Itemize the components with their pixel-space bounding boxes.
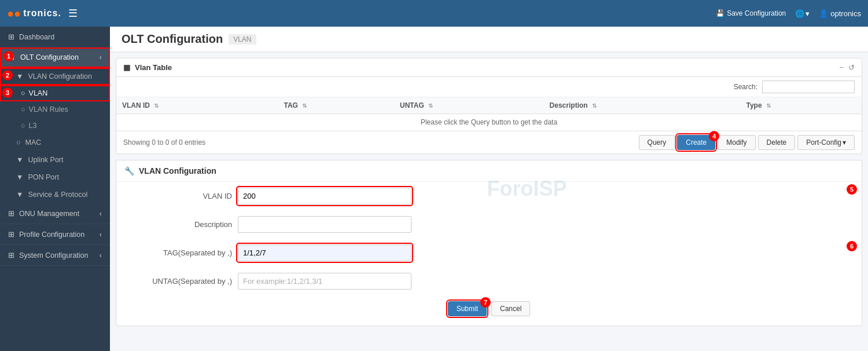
col-untag: UNTAG ⇅ — [394, 97, 544, 114]
table-footer: Showing 0 to 0 of 0 entries Query Create… — [116, 131, 862, 153]
port-config-button[interactable]: Port-Config ▾ — [797, 135, 855, 150]
chevron-icon: ‹ — [100, 210, 102, 218]
navbar-left: ●● tronics. ☰ — [7, 7, 78, 20]
system-config-icon: ⊞ — [8, 251, 14, 259]
sidebar-item-onu-management[interactable]: ⊞ ONU Management ‹ — [0, 203, 110, 224]
search-row: Search: — [116, 77, 862, 97]
refresh-icon[interactable]: ↺ — [848, 63, 855, 72]
badge-3: 3 — [2, 87, 13, 98]
badge-6: 6 — [847, 241, 857, 251]
uplink-port-icon: ▼ — [16, 156, 23, 164]
sort-icon[interactable]: ⇅ — [766, 103, 771, 109]
untag-input[interactable] — [238, 273, 411, 290]
language-selector[interactable]: 🌐 ▾ — [795, 9, 810, 18]
badge-1: 1 — [3, 51, 14, 61]
content-area: ForoISP OLT Configuration VLAN ▦ Vlan Ta… — [110, 27, 868, 351]
sidebar: ⊞ Dashboard 🖥 OLT Configuration ‹ 1 ▼ VL… — [0, 27, 110, 351]
form-card-header: 🔧 VLAN Configuration — [116, 160, 862, 182]
sidebar-label: MAC — [25, 138, 42, 147]
vlan-rules-icon: ○ — [21, 105, 25, 114]
mac-icon: ○ — [16, 138, 21, 147]
tag-label: TAG(Separated by ,) — [128, 248, 232, 257]
l3-icon: ○ — [21, 122, 25, 130]
sort-icon[interactable]: ⇅ — [302, 103, 307, 109]
sidebar-item-service-protocol[interactable]: ▼ Service & Protocol — [0, 186, 110, 203]
untag-label: UNTAG(Separated by ,) — [128, 277, 232, 286]
sidebar-label: Uplink Port — [28, 156, 63, 164]
sidebar-item-vlan-config[interactable]: ▼ VLAN Configuration 2 — [0, 68, 110, 85]
sidebar-item-pon-port[interactable]: ▼ PON Port — [0, 169, 110, 186]
sidebar-item-vlan-rules[interactable]: ○ VLAN Rules — [0, 101, 110, 118]
sidebar-label: L3 — [29, 122, 37, 130]
service-protocol-icon: ▼ — [16, 191, 23, 199]
sidebar-label: OLT Configuration — [20, 53, 79, 61]
hamburger-icon[interactable]: ☰ — [68, 7, 78, 20]
search-label: Search: — [734, 83, 757, 91]
logo-text: tronics. — [23, 8, 61, 19]
dropdown-arrow-icon: ▾ — [843, 138, 846, 147]
description-label: Description — [128, 220, 232, 229]
sort-icon[interactable]: ⇅ — [428, 103, 433, 109]
table-header-icons: − ↺ — [839, 63, 855, 72]
badge-2: 2 — [2, 70, 13, 81]
globe-icon: 🌐 — [795, 9, 804, 18]
query-button[interactable]: Query — [639, 135, 675, 150]
page-subtitle: VLAN — [229, 34, 256, 45]
submit-button[interactable]: Submit 7 — [448, 301, 487, 316]
vlan-id-row: VLAN ID 5 — [116, 182, 862, 210]
sidebar-label: VLAN Rules — [29, 105, 68, 114]
vlan-id-label: VLAN ID — [128, 192, 232, 200]
cancel-button[interactable]: Cancel — [491, 301, 530, 316]
vlan-id-input[interactable] — [238, 188, 411, 204]
sidebar-item-vlan[interactable]: ○ VLAN 3 — [0, 85, 110, 101]
pon-port-icon: ▼ — [16, 173, 23, 181]
col-description: Description ⇅ — [544, 97, 741, 114]
logo-icon: ●● — [7, 7, 21, 20]
navbar-right: 💾 Save Configuration 🌐 ▾ 👤 optronics — [716, 9, 861, 18]
table-title: ▦ Vlan Table — [123, 63, 172, 72]
dashboard-icon: ⊞ — [8, 32, 14, 41]
badge-7: 7 — [480, 297, 491, 308]
sidebar-label: ONU Management — [19, 210, 79, 218]
create-button[interactable]: Create 4 — [677, 135, 715, 150]
logo: ●● tronics. — [7, 7, 61, 20]
form-icon: 🔧 — [124, 166, 134, 176]
navbar: ●● tronics. ☰ 💾 Save Configuration 🌐 ▾ 👤… — [0, 0, 868, 27]
sidebar-item-uplink-port[interactable]: ▼ Uplink Port — [0, 151, 110, 169]
sidebar-item-l3[interactable]: ○ L3 — [0, 118, 110, 134]
save-config-button[interactable]: 💾 Save Configuration — [716, 9, 786, 17]
col-type: Type ⇅ — [741, 97, 862, 114]
user-icon: 👤 — [819, 9, 828, 18]
sidebar-item-system-config[interactable]: ⊞ System Configuration ‹ — [0, 245, 110, 266]
user-menu[interactable]: 👤 optronics — [819, 9, 861, 18]
delete-button[interactable]: Delete — [758, 135, 796, 150]
profile-icon: ⊞ — [8, 230, 14, 239]
modify-button[interactable]: Modify — [718, 135, 755, 150]
vlan-table: VLAN ID ⇅ TAG ⇅ UNTAG ⇅ Description — [116, 97, 862, 131]
col-vlan-id: VLAN ID ⇅ — [116, 97, 278, 114]
badge-5: 5 — [847, 184, 857, 195]
sidebar-label: VLAN Configuration — [28, 72, 91, 81]
page-title: OLT Configuration — [122, 32, 223, 46]
table-empty-row: Please click the Query button to get the… — [116, 114, 862, 131]
sidebar-item-mac[interactable]: ○ MAC — [0, 134, 110, 151]
empty-message: Please click the Query button to get the… — [116, 114, 862, 131]
search-input[interactable] — [762, 81, 855, 93]
tag-input[interactable] — [238, 244, 411, 261]
sidebar-item-dashboard[interactable]: ⊞ Dashboard — [0, 27, 110, 47]
sidebar-item-olt-config[interactable]: 🖥 OLT Configuration ‹ 1 — [0, 47, 110, 68]
tag-row: TAG(Separated by ,) 6 — [116, 239, 862, 267]
sort-icon[interactable]: ⇅ — [154, 103, 159, 109]
description-input[interactable] — [238, 216, 411, 233]
vlan-icon: ○ — [21, 89, 25, 97]
table-icon: ▦ — [123, 63, 130, 72]
main-layout: ⊞ Dashboard 🖥 OLT Configuration ‹ 1 ▼ VL… — [0, 27, 868, 351]
sort-icon[interactable]: ⇅ — [592, 103, 597, 109]
sidebar-label: PON Port — [28, 173, 59, 181]
minimize-icon[interactable]: − — [839, 63, 844, 72]
sidebar-item-profile-config[interactable]: ⊞ Profile Configuration ‹ — [0, 224, 110, 245]
save-icon: 💾 — [716, 9, 724, 17]
chevron-icon: ‹ — [100, 231, 102, 239]
form-actions: Submit 7 Cancel — [116, 295, 862, 316]
chevron-icon: ‹ — [100, 53, 102, 61]
